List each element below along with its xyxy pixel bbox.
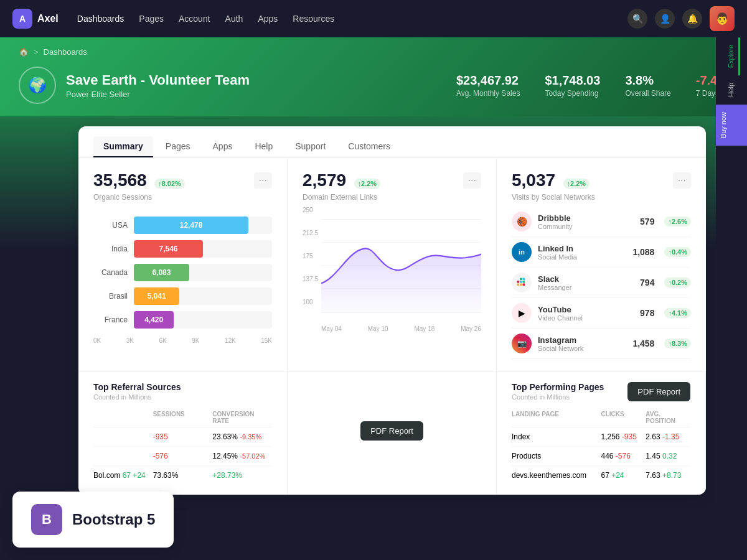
avatar[interactable]: 👨 [710,6,735,31]
dribbble-badge: ↑2.6% [664,217,691,226]
nav-auth[interactable]: Auth [225,14,243,24]
top-pages-row-2: Products 446 -576 1.45 0.32 [512,447,690,466]
external-links-label: Domain External Links [303,193,481,202]
bar-chart: USA 12,478 India 7,546 Canad [93,212,272,347]
nav-dashboards[interactable]: Dashboards [77,14,125,24]
svg-rect-7 [520,278,522,281]
top-pages-header: LANDING PAGE CLICKS AVG. POSITION [512,408,690,427]
bar-track-usa: 12,478 [134,217,272,234]
breadcrumb-current: Dashboards [44,47,87,57]
hero-subtitle: Power Elite Seller [66,90,250,99]
hero-stat-sales: $23,467.92 Avg. Monthly Sales [456,73,520,98]
hero-stat-share: 3.8% Overall Share [625,73,670,98]
hero-stat-spending: $1,748.03 Today Spending [545,73,600,98]
youtube-icon: ▶ [512,303,532,323]
external-links-more-btn[interactable]: ··· [463,172,481,189]
dribbble-icon: 🏀 [512,212,532,231]
bar-track-canada: 6,083 [134,264,272,281]
bar-row-usa: USA 12,478 [93,217,272,234]
hero-stats: $23,467.92 Avg. Monthly Sales $1,748.03 … [456,73,728,98]
slack-icon [512,273,532,292]
external-links-badge: ↑2.2% [354,179,381,189]
organic-sessions-badge: ↑8.02% [154,179,185,189]
youtube-badge: ↑4.1% [664,308,691,318]
hero-banner: 🏠 > Dashboards 🌍 Save Earth - Volunteer … [0,37,747,116]
social-item-slack: Slack Messanger 794 ↑0.2% [512,268,691,298]
external-links-value: 2,579 [303,170,346,190]
svg-rect-11 [520,284,522,286]
line-chart: 250 212.5 175 137.5 100 [303,207,481,337]
social-item-youtube: ▶ YouTube Video Channel 978 ↑4.1% [512,298,691,329]
bar-row-canada: Canada 6,083 [93,264,272,281]
nav-apps[interactable]: Apps [258,14,278,24]
bar-axis: 0K 3K 6K 9K 12K 15K [93,335,272,347]
stats-row: 35,568 ↑8.02% ··· Organic Sessions USA 1… [78,158,706,371]
breadcrumb: 🏠 > Dashboards [19,47,728,57]
chart-x-labels: May 04 May 10 May 18 May 26 [321,325,481,332]
bootstrap-overlay: B Bootstrap 5 [12,492,174,548]
dark-sidebar: Explore Help Buy now [716,37,747,560]
search-icon[interactable]: 🔍 [627,9,647,29]
social-more-btn[interactable]: ··· [673,172,691,189]
sidebar-explore[interactable]: Explore [723,37,740,75]
nav-pages[interactable]: Pages [139,14,164,24]
social-item-instagram: 📷 Instagram Social Network 1,458 ↑8.3% [512,329,691,359]
referral-row-1: -935 23.63% -9.35% [93,427,272,447]
brand[interactable]: A Axel [12,9,59,29]
social-list: 🏀 Dribbble Community 579 ↑2.6% in [512,207,691,359]
hero-left: 🌍 Save Earth - Volunteer Team Power Elit… [19,67,250,104]
pdf-report-section: PDF Report [288,372,497,495]
tab-pages[interactable]: Pages [156,136,200,157]
referral-row-3: Bol.com 67 +24 73.63% +28.73% [93,466,272,485]
slack-badge: ↑0.2% [664,278,691,287]
svg-rect-6 [517,284,520,286]
svg-rect-8 [523,278,525,281]
tab-help[interactable]: Help [245,136,283,157]
bar-fill-france: 4,420 [134,311,174,329]
referral-sources-section: Top Referral Sources Counted in Millions… [78,372,288,495]
navbar: A Axel Dashboards Pages Account Auth App… [0,0,747,37]
hero-title: Save Earth - Volunteer Team [66,72,250,88]
home-icon[interactable]: 🏠 [19,47,29,57]
sidebar-help[interactable]: Help [723,75,740,105]
tab-summary[interactable]: Summary [93,136,153,157]
linkedin-badge: ↑0.4% [664,247,691,257]
brand-name: Axel [37,13,59,24]
tab-customers[interactable]: Customers [338,136,400,157]
notifications-icon[interactable]: 🔔 [682,9,702,29]
instagram-badge: ↑8.3% [664,338,691,348]
organic-sessions-label: Organic Sessions [93,193,272,202]
bar-fill-india: 7,546 [134,240,203,258]
bottom-grid: Top Referral Sources Counted in Millions… [78,371,706,495]
nav-resources[interactable]: Resources [293,14,334,24]
bar-fill-brasil: 5,041 [134,287,179,305]
svg-rect-5 [517,281,520,283]
top-pages-row-1: Index 1,256 -935 2.63 -1.35 [512,427,690,447]
profile-icon[interactable]: 👤 [655,9,675,29]
linkedin-icon: in [512,242,532,262]
bar-label-usa: USA [93,221,128,230]
social-visits-badge: ↑2.2% [563,179,590,189]
bar-row-india: India 7,546 [93,240,272,258]
nav-account[interactable]: Account [179,14,210,24]
bootstrap-icon: B [31,504,62,535]
organic-sessions-value: 35,568 [93,170,147,190]
tab-support[interactable]: Support [285,136,336,157]
bootstrap-label: Bootstrap 5 [72,511,155,528]
tab-apps[interactable]: Apps [203,136,243,157]
top-pages-pdf-btn[interactable]: PDF Report [627,382,690,401]
hero-logo: 🌍 [19,67,56,104]
social-visits-value: 5,037 [512,170,555,190]
referral-row-2: -576 12.45% -57.02% [93,447,272,466]
organic-sessions-section: 35,568 ↑8.02% ··· Organic Sessions USA 1… [78,158,288,371]
organic-sessions-more-btn[interactable]: ··· [254,172,272,189]
top-pages-subtitle: Counted in Millions [512,393,604,401]
bar-fill-canada: 6,083 [134,264,189,281]
brand-icon: A [12,9,32,29]
sidebar-buy[interactable]: Buy now [716,105,747,146]
pdf-report-btn[interactable]: PDF Report [360,421,423,441]
social-item-linkedin: in Linked In Social Media 1,088 ↑0.4% [512,237,691,268]
content-area: Summary Pages Apps Help Support Customer… [0,116,747,495]
social-visits-label: Visits by Social Networks [512,193,691,202]
bar-track-brasil: 5,041 [134,287,272,305]
